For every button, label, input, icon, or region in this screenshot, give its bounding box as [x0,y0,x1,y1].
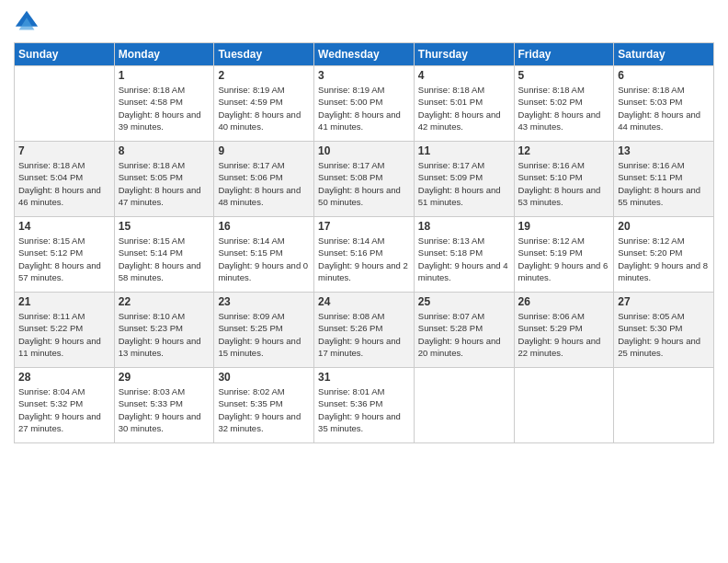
day-info: Sunrise: 8:02 AMSunset: 5:35 PMDaylight:… [218,385,310,434]
day-info: Sunrise: 8:10 AMSunset: 5:23 PMDaylight:… [119,310,210,359]
day-cell [414,368,514,443]
day-number: 6 [618,69,710,82]
day-cell: 15Sunrise: 8:15 AMSunset: 5:14 PMDayligh… [114,217,214,293]
day-number: 26 [518,295,610,308]
day-number: 22 [119,295,210,308]
day-header-monday: Monday [114,43,214,66]
day-cell: 20Sunrise: 8:12 AMSunset: 5:20 PMDayligh… [614,217,714,293]
day-info: Sunrise: 8:18 AMSunset: 5:02 PMDaylight:… [518,84,610,132]
day-info: Sunrise: 8:08 AMSunset: 5:26 PMDaylight:… [318,310,410,359]
day-info: Sunrise: 8:16 AMSunset: 5:10 PMDaylight:… [518,159,610,208]
day-cell: 17Sunrise: 8:14 AMSunset: 5:16 PMDayligh… [314,217,415,293]
day-info: Sunrise: 8:06 AMSunset: 5:29 PMDaylight:… [518,310,610,359]
day-cell: 3Sunrise: 8:19 AMSunset: 5:00 PMDaylight… [314,66,415,142]
logo [14,9,43,35]
day-header-friday: Friday [514,43,614,66]
day-number: 19 [518,220,610,233]
day-number: 25 [418,295,510,308]
day-cell: 14Sunrise: 8:15 AMSunset: 5:12 PMDayligh… [15,217,115,293]
day-cell [514,368,614,443]
day-number: 16 [218,220,310,233]
day-cell: 10Sunrise: 8:17 AMSunset: 5:08 PMDayligh… [314,142,415,217]
day-number: 30 [218,371,310,384]
day-number: 29 [119,371,210,384]
day-info: Sunrise: 8:07 AMSunset: 5:28 PMDaylight:… [418,310,510,359]
day-cell: 21Sunrise: 8:11 AMSunset: 5:22 PMDayligh… [15,293,115,368]
day-number: 24 [318,295,410,308]
day-cell: 27Sunrise: 8:05 AMSunset: 5:30 PMDayligh… [614,293,714,368]
day-info: Sunrise: 8:03 AMSunset: 5:33 PMDaylight:… [119,385,210,434]
day-number: 20 [618,220,710,233]
day-number: 10 [318,144,410,157]
day-info: Sunrise: 8:12 AMSunset: 5:20 PMDaylight:… [618,235,710,283]
day-info: Sunrise: 8:17 AMSunset: 5:06 PMDaylight:… [218,159,310,208]
day-number: 14 [18,220,110,233]
day-number: 8 [119,144,210,157]
day-info: Sunrise: 8:01 AMSunset: 5:36 PMDaylight:… [318,385,410,434]
header-row: SundayMondayTuesdayWednesdayThursdayFrid… [15,43,714,66]
day-cell: 7Sunrise: 8:18 AMSunset: 5:04 PMDaylight… [15,142,115,217]
day-info: Sunrise: 8:18 AMSunset: 4:58 PMDaylight:… [119,84,210,132]
day-cell: 5Sunrise: 8:18 AMSunset: 5:02 PMDaylight… [514,66,614,142]
day-cell: 28Sunrise: 8:04 AMSunset: 5:32 PMDayligh… [15,368,115,443]
logo-icon [14,9,40,35]
day-number: 3 [318,69,410,82]
day-number: 4 [418,69,510,82]
day-cell: 1Sunrise: 8:18 AMSunset: 4:58 PMDaylight… [114,66,214,142]
day-info: Sunrise: 8:18 AMSunset: 5:04 PMDaylight:… [18,159,110,208]
day-info: Sunrise: 8:13 AMSunset: 5:18 PMDaylight:… [418,235,510,283]
day-cell: 4Sunrise: 8:18 AMSunset: 5:01 PMDaylight… [414,66,514,142]
calendar-table: SundayMondayTuesdayWednesdayThursdayFrid… [14,42,714,443]
day-info: Sunrise: 8:11 AMSunset: 5:22 PMDaylight:… [18,310,110,359]
day-info: Sunrise: 8:18 AMSunset: 5:03 PMDaylight:… [618,84,710,132]
day-cell [15,66,115,142]
day-cell: 25Sunrise: 8:07 AMSunset: 5:28 PMDayligh… [414,293,514,368]
page: SundayMondayTuesdayWednesdayThursdayFrid… [0,0,728,563]
day-number: 18 [418,220,510,233]
day-header-thursday: Thursday [414,43,514,66]
day-info: Sunrise: 8:18 AMSunset: 5:05 PMDaylight:… [119,159,210,208]
header [14,9,714,35]
day-header-saturday: Saturday [614,43,714,66]
day-number: 11 [418,144,510,157]
day-info: Sunrise: 8:19 AMSunset: 4:59 PMDaylight:… [218,84,310,132]
day-info: Sunrise: 8:14 AMSunset: 5:16 PMDaylight:… [318,235,410,283]
day-cell: 26Sunrise: 8:06 AMSunset: 5:29 PMDayligh… [514,293,614,368]
day-number: 7 [18,144,110,157]
day-header-sunday: Sunday [15,43,115,66]
day-cell: 23Sunrise: 8:09 AMSunset: 5:25 PMDayligh… [214,293,314,368]
day-number: 27 [618,295,710,308]
day-number: 15 [119,220,210,233]
day-cell: 29Sunrise: 8:03 AMSunset: 5:33 PMDayligh… [114,368,214,443]
day-cell: 12Sunrise: 8:16 AMSunset: 5:10 PMDayligh… [514,142,614,217]
day-number: 13 [618,144,710,157]
day-info: Sunrise: 8:14 AMSunset: 5:15 PMDaylight:… [218,235,310,283]
week-row-0: 1Sunrise: 8:18 AMSunset: 4:58 PMDaylight… [15,66,714,142]
day-info: Sunrise: 8:15 AMSunset: 5:12 PMDaylight:… [18,235,110,283]
day-cell: 24Sunrise: 8:08 AMSunset: 5:26 PMDayligh… [314,293,415,368]
day-number: 21 [18,295,110,308]
day-info: Sunrise: 8:17 AMSunset: 5:09 PMDaylight:… [418,159,510,208]
day-number: 2 [218,69,310,82]
day-number: 31 [318,371,410,384]
day-cell [614,368,714,443]
day-cell: 11Sunrise: 8:17 AMSunset: 5:09 PMDayligh… [414,142,514,217]
day-cell: 8Sunrise: 8:18 AMSunset: 5:05 PMDaylight… [114,142,214,217]
day-cell: 6Sunrise: 8:18 AMSunset: 5:03 PMDaylight… [614,66,714,142]
day-cell: 30Sunrise: 8:02 AMSunset: 5:35 PMDayligh… [214,368,314,443]
day-number: 1 [119,69,210,82]
day-number: 17 [318,220,410,233]
day-info: Sunrise: 8:04 AMSunset: 5:32 PMDaylight:… [18,385,110,434]
day-number: 9 [218,144,310,157]
day-cell: 18Sunrise: 8:13 AMSunset: 5:18 PMDayligh… [414,217,514,293]
day-info: Sunrise: 8:16 AMSunset: 5:11 PMDaylight:… [618,159,710,208]
week-row-4: 28Sunrise: 8:04 AMSunset: 5:32 PMDayligh… [15,368,714,443]
day-cell: 2Sunrise: 8:19 AMSunset: 4:59 PMDaylight… [214,66,314,142]
day-info: Sunrise: 8:09 AMSunset: 5:25 PMDaylight:… [218,310,310,359]
week-row-3: 21Sunrise: 8:11 AMSunset: 5:22 PMDayligh… [15,293,714,368]
day-number: 23 [218,295,310,308]
day-header-tuesday: Tuesday [214,43,314,66]
week-row-2: 14Sunrise: 8:15 AMSunset: 5:12 PMDayligh… [15,217,714,293]
day-info: Sunrise: 8:18 AMSunset: 5:01 PMDaylight:… [418,84,510,132]
day-header-wednesday: Wednesday [314,43,415,66]
